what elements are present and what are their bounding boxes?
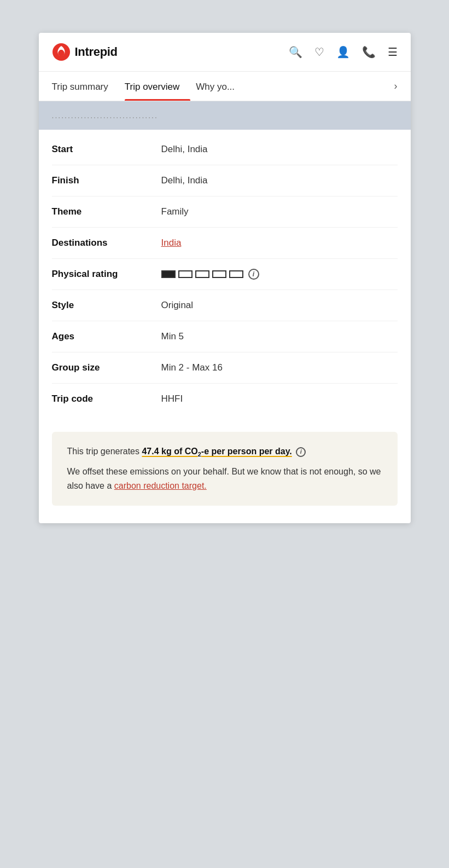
details-section: Start Delhi, India Finish Delhi, India T… (39, 130, 411, 427)
detail-label-trip-code: Trip code (52, 394, 161, 404)
carbon-emissions-box: This trip generates 47.4 kg of CO2-e per… (52, 432, 398, 506)
detail-row-style: Style Original (52, 290, 398, 321)
carbon-prefix: This trip generates (67, 447, 142, 456)
detail-value-destinations[interactable]: India (161, 238, 398, 248)
detail-value-finish: Delhi, India (161, 175, 398, 186)
rating-block-2 (178, 270, 193, 278)
tab-trip-summary[interactable]: Trip summary (52, 73, 119, 100)
svg-point-0 (53, 43, 70, 61)
intrepid-logo-icon (52, 43, 71, 61)
detail-value-group-size: Min 2 - Max 16 (161, 362, 398, 373)
detail-label-destinations: Destinations (52, 238, 161, 248)
detail-row-destinations: Destinations India (52, 228, 398, 259)
detail-value-theme: Family (161, 206, 398, 217)
main-card: Intrepid 🔍 ♡ 👤 📞 ☰ Trip summary Trip ove… (39, 33, 411, 523)
svg-point-1 (60, 47, 62, 50)
tab-navigation: Trip summary Trip overview Why yo... › (39, 72, 411, 101)
detail-row-finish: Finish Delhi, India (52, 165, 398, 196)
detail-label-group-size: Group size (52, 362, 161, 373)
site-header: Intrepid 🔍 ♡ 👤 📞 ☰ (39, 33, 411, 72)
tab-scroll-arrow[interactable]: › (394, 72, 398, 101)
rating-block-3 (195, 270, 209, 278)
tab-why-you[interactable]: Why yo... (196, 73, 246, 100)
detail-row-trip-code: Trip code HHFI (52, 384, 398, 414)
detail-row-theme: Theme Family (52, 196, 398, 228)
detail-value-start: Delhi, India (161, 144, 398, 155)
detail-row-group-size: Group size Min 2 - Max 16 (52, 352, 398, 384)
user-icon[interactable]: 👤 (336, 45, 350, 59)
heart-icon[interactable]: ♡ (314, 45, 324, 59)
detail-label-finish: Finish (52, 175, 161, 186)
detail-value-trip-code: HHFI (161, 394, 398, 404)
detail-row-ages: Ages Min 5 (52, 321, 398, 352)
rating-block-5 (229, 270, 243, 278)
detail-label-start: Start (52, 144, 161, 155)
banner-dots: ................................. (52, 111, 158, 120)
menu-icon[interactable]: ☰ (388, 45, 398, 59)
detail-value-style: Original (161, 300, 398, 311)
header-icon-group: 🔍 ♡ 👤 📞 ☰ (289, 45, 398, 59)
detail-value-ages: Min 5 (161, 331, 398, 342)
detail-row-start: Start Delhi, India (52, 134, 398, 165)
detail-label-style: Style (52, 300, 161, 311)
detail-label-theme: Theme (52, 206, 161, 217)
brand-name: Intrepid (75, 45, 118, 59)
detail-label-physical-rating: Physical rating (52, 269, 161, 280)
co2-subscript: 2 (198, 451, 201, 458)
detail-label-ages: Ages (52, 331, 161, 342)
banner-strip: ................................. (39, 101, 411, 130)
rating-block-1 (161, 270, 176, 278)
physical-rating-blocks: i (161, 269, 259, 280)
rating-info-icon[interactable]: i (248, 269, 259, 280)
carbon-text-secondary: We offset these emissions on your behalf… (67, 465, 382, 493)
detail-row-physical-rating: Physical rating i (52, 259, 398, 290)
carbon-highlight: 47.4 kg of CO2-e per person per day. (142, 447, 291, 456)
search-icon[interactable]: 🔍 (289, 45, 302, 59)
carbon-text-primary: This trip generates 47.4 kg of CO2-e per… (67, 445, 382, 459)
carbon-reduction-link[interactable]: carbon reduction target. (114, 481, 207, 490)
brand-logo[interactable]: Intrepid (52, 43, 118, 61)
phone-icon[interactable]: 📞 (362, 45, 376, 59)
rating-block-4 (212, 270, 226, 278)
tab-trip-overview[interactable]: Trip overview (125, 73, 190, 100)
carbon-info-icon[interactable]: i (296, 447, 306, 457)
